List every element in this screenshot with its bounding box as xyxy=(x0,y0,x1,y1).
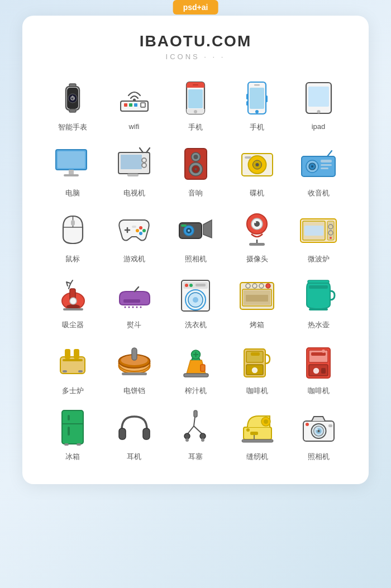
icon-label: wifi xyxy=(129,122,140,131)
svg-rect-122 xyxy=(65,349,70,359)
svg-line-39 xyxy=(146,148,150,152)
list-item: 多士炉 xyxy=(45,341,101,396)
kettle-icon xyxy=(298,275,338,315)
svg-line-61 xyxy=(327,151,332,156)
icon-label: 音响 xyxy=(188,188,203,198)
svg-rect-155 xyxy=(68,427,70,436)
list-item: 热水壶 xyxy=(290,275,346,330)
list-item: 冰箱 xyxy=(45,407,101,462)
svg-rect-71 xyxy=(132,226,136,228)
svg-line-38 xyxy=(140,148,143,152)
ipad-icon xyxy=(298,78,338,118)
icon-label: 耳机 xyxy=(127,452,141,462)
svg-rect-6 xyxy=(69,84,76,87)
icon-label: 照相机 xyxy=(185,254,207,264)
list-item: 游戏机 xyxy=(106,209,162,264)
list-item: 照相机 xyxy=(290,407,346,462)
list-item: 收音机 xyxy=(290,144,346,198)
svg-rect-10 xyxy=(129,103,132,107)
svg-point-70 xyxy=(139,232,142,235)
icon-label: 多士炉 xyxy=(62,386,84,396)
svg-rect-135 xyxy=(184,374,208,377)
list-item: 智能手表 xyxy=(45,78,101,132)
svg-rect-157 xyxy=(77,443,81,446)
svg-point-101 xyxy=(140,306,142,308)
icon-label: 手机 xyxy=(250,122,264,132)
svg-rect-33 xyxy=(58,151,85,168)
list-item: 咖啡机 xyxy=(229,341,285,396)
icon-label: 缝纫机 xyxy=(246,452,268,462)
svg-point-176 xyxy=(317,430,320,432)
svg-point-143 xyxy=(251,367,258,374)
list-item: 电饼铛 xyxy=(106,341,162,396)
webcam-icon xyxy=(237,209,277,250)
icon-label: 鼠标 xyxy=(65,254,80,264)
icon-label: 热水壶 xyxy=(308,320,330,330)
oven-icon xyxy=(237,275,277,315)
list-item: 手机 xyxy=(168,78,223,132)
tv-icon xyxy=(114,144,154,184)
icon-label: 榨汁机 xyxy=(185,386,207,396)
svg-point-149 xyxy=(313,367,320,374)
svg-rect-123 xyxy=(74,349,79,359)
speaker-icon xyxy=(175,144,216,184)
svg-marker-73 xyxy=(203,220,212,238)
washer-icon xyxy=(175,275,216,315)
icon-label: 耳塞 xyxy=(188,452,203,462)
svg-rect-53 xyxy=(245,156,251,159)
svg-point-177 xyxy=(316,428,318,430)
svg-point-89 xyxy=(330,237,332,239)
svg-point-81 xyxy=(255,221,256,223)
radio-icon xyxy=(298,144,338,184)
icon-label: 收音机 xyxy=(308,188,330,198)
videocamera-icon xyxy=(175,209,216,250)
svg-point-68 xyxy=(142,229,146,232)
list-item: 摄像头 xyxy=(229,209,285,264)
svg-rect-7 xyxy=(69,109,76,112)
svg-point-179 xyxy=(306,423,309,426)
svg-rect-58 xyxy=(321,160,332,162)
svg-rect-25 xyxy=(254,84,260,86)
svg-point-67 xyxy=(139,226,142,230)
svg-rect-126 xyxy=(78,370,83,372)
top-badge: psd+ai xyxy=(173,0,218,15)
svg-point-97 xyxy=(125,306,126,308)
svg-point-20 xyxy=(194,110,197,113)
vacuum-icon xyxy=(53,275,93,315)
pancakemaker-icon xyxy=(114,341,154,381)
svg-rect-139 xyxy=(201,365,205,371)
svg-point-163 xyxy=(201,438,204,442)
svg-rect-164 xyxy=(194,410,197,417)
svg-rect-120 xyxy=(309,308,328,310)
headphones-icon xyxy=(114,407,154,447)
coffeemaker2-icon xyxy=(298,341,338,381)
svg-rect-90 xyxy=(304,226,323,236)
list-item: 熨斗 xyxy=(106,275,162,330)
svg-rect-158 xyxy=(119,428,126,439)
icon-label: 智能手表 xyxy=(58,122,87,132)
svg-rect-150 xyxy=(321,368,326,374)
list-item: 音响 xyxy=(168,144,223,198)
list-item: 电脑 xyxy=(45,144,101,198)
phone1-icon xyxy=(175,78,216,118)
svg-rect-170 xyxy=(242,439,273,442)
svg-point-93 xyxy=(66,304,80,309)
svg-rect-146 xyxy=(309,350,328,362)
svg-rect-40 xyxy=(127,174,139,176)
svg-rect-109 xyxy=(196,284,206,286)
svg-rect-28 xyxy=(266,95,268,102)
icon-label: 手机 xyxy=(188,122,203,132)
svg-point-45 xyxy=(193,155,198,159)
svg-rect-11 xyxy=(134,103,137,107)
list-item: 榨汁机 xyxy=(168,341,223,396)
list-item: 耳机 xyxy=(106,407,162,462)
iron-icon xyxy=(114,275,154,315)
svg-rect-30 xyxy=(308,87,329,107)
list-item: 照相机 xyxy=(168,209,223,264)
svg-rect-64 xyxy=(71,220,75,226)
icon-label: ipad xyxy=(312,122,326,131)
svg-point-13 xyxy=(133,98,136,101)
list-item: ipad xyxy=(290,78,346,132)
phone2-icon xyxy=(237,78,277,118)
list-item: 电视机 xyxy=(106,144,162,198)
